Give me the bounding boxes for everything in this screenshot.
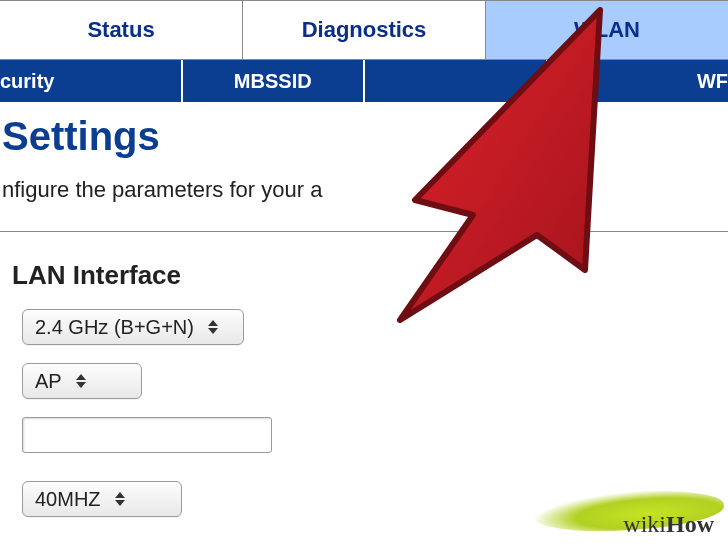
channel-width-select-value: 40MHZ <box>35 488 101 511</box>
top-tabs: Status Diagnostics WLAN <box>0 0 728 60</box>
tab-wlan[interactable]: WLAN <box>486 1 728 59</box>
tab-status-label: Status <box>87 17 154 43</box>
watermark-brand-a: wiki <box>623 511 666 537</box>
watermark-brand-b: How <box>666 511 714 537</box>
updown-icon <box>76 374 86 388</box>
content-area: Settings nfigure the parameters for your… <box>0 114 728 517</box>
subtab-wf-label: WF <box>697 70 728 93</box>
watermark-text: wikiHow <box>623 511 724 546</box>
tab-wlan-label: WLAN <box>574 17 640 43</box>
mode-select-value: AP <box>35 370 62 393</box>
subtab-security[interactable]: curity <box>0 60 183 102</box>
ssid-input[interactable] <box>22 417 272 453</box>
updown-icon <box>208 320 218 334</box>
section-title: LAN Interface <box>12 260 728 291</box>
band-select[interactable]: 2.4 GHz (B+G+N) <box>22 309 244 345</box>
watermark: wikiHow <box>623 511 724 546</box>
tab-diagnostics-label: Diagnostics <box>302 17 427 43</box>
band-select-value: 2.4 GHz (B+G+N) <box>35 316 194 339</box>
tab-status[interactable]: Status <box>0 1 243 59</box>
subtab-mbssid-label: MBSSID <box>234 70 312 93</box>
updown-icon <box>115 492 125 506</box>
subtab-unknown[interactable] <box>365 60 548 102</box>
mode-select[interactable]: AP <box>22 363 142 399</box>
subtab-mbssid[interactable]: MBSSID <box>183 60 366 102</box>
subtab-wf[interactable]: WF <box>548 60 729 102</box>
page-description: nfigure the parameters for your a <box>2 177 728 203</box>
channel-width-select[interactable]: 40MHZ <box>22 481 182 517</box>
sub-tabs: curity MBSSID WF <box>0 60 728 108</box>
divider <box>0 231 728 232</box>
subtab-security-label: curity <box>0 70 54 93</box>
tab-diagnostics[interactable]: Diagnostics <box>243 1 486 59</box>
page-title: Settings <box>2 114 728 159</box>
